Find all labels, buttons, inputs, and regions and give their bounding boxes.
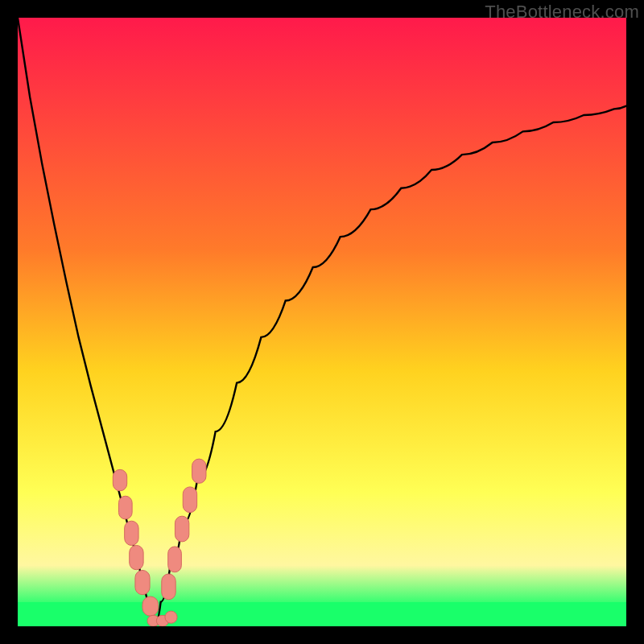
data-marker <box>162 574 175 600</box>
data-marker <box>165 611 177 623</box>
data-marker <box>175 516 188 542</box>
data-marker <box>192 459 206 483</box>
gradient-background <box>18 18 626 626</box>
data-marker <box>130 545 143 569</box>
data-marker <box>142 597 159 616</box>
plot-svg <box>18 18 626 626</box>
watermark-text: TheBottleneck.com <box>485 2 639 23</box>
data-marker <box>183 487 196 513</box>
data-marker <box>118 496 132 519</box>
data-marker <box>125 521 138 545</box>
plot-frame <box>18 18 626 626</box>
green-bottom-band <box>18 602 626 626</box>
data-marker <box>113 469 126 490</box>
data-marker <box>135 570 150 594</box>
data-marker <box>168 547 182 572</box>
